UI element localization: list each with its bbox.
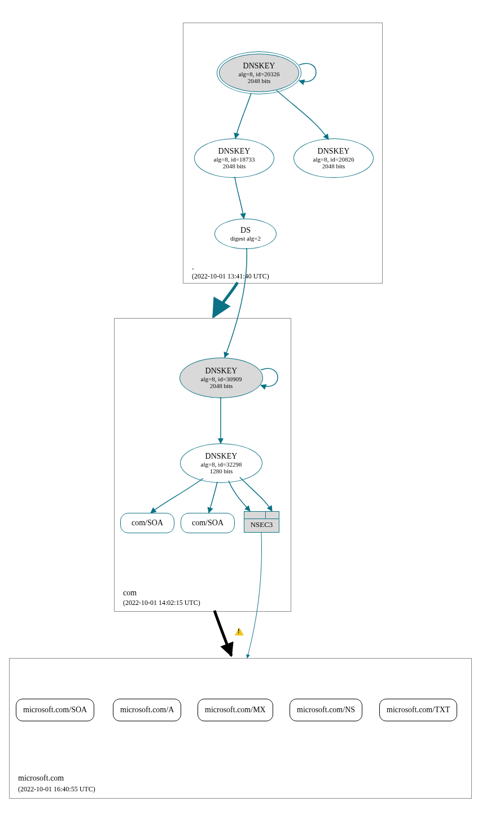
node-root-ksk-line1: alg=8, id=20326 bbox=[239, 71, 280, 77]
node-root-ksk-line2: 2048 bits bbox=[248, 77, 271, 84]
node-ms-a-label: microsoft.com/A bbox=[120, 705, 174, 715]
node-com-ksk-line1: alg=8, id=30909 bbox=[201, 376, 242, 382]
zone-sublabel-com: (2022-10-01 14:02:15 UTC) bbox=[123, 599, 200, 607]
node-ms-a: microsoft.com/A bbox=[113, 699, 181, 721]
zone-sublabel-ms: (2022-10-01 16:40:55 UTC) bbox=[18, 785, 95, 794]
node-root-ds: DS digest alg=2 bbox=[214, 219, 277, 249]
node-ms-mx-label: microsoft.com/MX bbox=[205, 705, 266, 715]
node-com-zsk-title: DNSKEY bbox=[205, 452, 238, 460]
node-ms-soa-label: microsoft.com/SOA bbox=[23, 705, 87, 715]
node-com-soa1: com/SOA bbox=[120, 513, 174, 533]
node-root-zsk-title: DNSKEY bbox=[218, 147, 251, 155]
node-ms-ns: microsoft.com/NS bbox=[290, 699, 362, 721]
zone-sublabel-root: (2022-10-01 13:41:40 UTC) bbox=[192, 272, 269, 281]
node-ms-soa: microsoft.com/SOA bbox=[16, 699, 94, 721]
edge-com-to-ms-delegation bbox=[214, 611, 231, 656]
node-nsec3-label: NSEC3 bbox=[244, 519, 279, 532]
zone-label-root: . bbox=[192, 263, 194, 272]
node-ms-txt-label: microsoft.com/TXT bbox=[387, 705, 450, 715]
node-root-zsk-line1: alg=8, id=18733 bbox=[214, 156, 255, 163]
zone-label-ms: microsoft.com bbox=[18, 774, 64, 783]
node-ms-txt: microsoft.com/TXT bbox=[379, 699, 457, 721]
node-root-ksk: DNSKEY alg=8, id=20326 2048 bits bbox=[217, 51, 301, 94]
node-ms-ns-label: microsoft.com/NS bbox=[297, 705, 355, 715]
node-com-ksk-line2: 2048 bits bbox=[210, 382, 233, 389]
node-com-ksk: DNSKEY alg=8, id=30909 2048 bits bbox=[179, 358, 263, 398]
node-com-zsk-line1: alg=8, id=32298 bbox=[201, 461, 242, 468]
node-com-ksk-title: DNSKEY bbox=[205, 367, 238, 375]
node-com-zsk-line2: 1280 bits bbox=[210, 468, 233, 474]
node-nsec3: NSEC3 bbox=[244, 511, 279, 533]
node-root-ds-title: DS bbox=[240, 226, 251, 234]
node-root-ds-line1: digest alg=2 bbox=[230, 235, 261, 242]
node-root-ksk-title: DNSKEY bbox=[243, 62, 275, 70]
node-root-zsk2-title: DNSKEY bbox=[318, 147, 350, 155]
warning-icon bbox=[235, 628, 244, 635]
node-root-zsk: DNSKEY alg=8, id=18733 2048 bits bbox=[194, 138, 274, 178]
node-root-zsk2: DNSKEY alg=8, id=20826 2048 bits bbox=[293, 138, 374, 178]
node-ms-mx: microsoft.com/MX bbox=[198, 699, 273, 721]
zone-label-com: com bbox=[123, 589, 137, 598]
node-com-soa2: com/SOA bbox=[181, 513, 235, 533]
node-root-zsk2-line2: 2048 bits bbox=[322, 163, 345, 169]
edge-root-to-com-delegation bbox=[213, 282, 238, 317]
zone-box-ms bbox=[9, 658, 472, 799]
node-root-zsk2-line1: alg=8, id=20826 bbox=[313, 156, 354, 163]
nsec3-header bbox=[244, 512, 279, 519]
node-com-zsk: DNSKEY alg=8, id=32298 1280 bits bbox=[180, 443, 262, 483]
node-com-soa2-label: com/SOA bbox=[192, 519, 223, 528]
node-com-soa1-label: com/SOA bbox=[132, 519, 163, 528]
node-root-zsk-line2: 2048 bits bbox=[223, 163, 246, 169]
